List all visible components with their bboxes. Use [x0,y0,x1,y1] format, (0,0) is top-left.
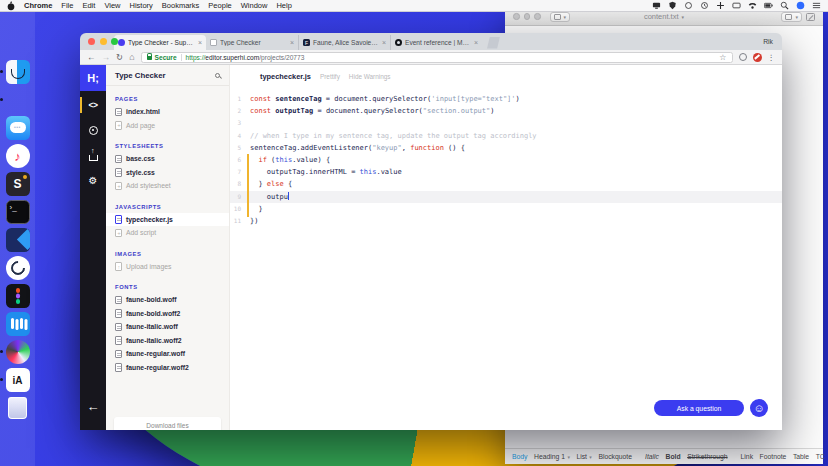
code-line[interactable]: 2const outputTag = document.querySelecto… [230,105,782,117]
code-line[interactable]: 11}) [230,215,782,227]
sidebar-item-upload-images[interactable]: Upload images [106,260,229,274]
code-view-button[interactable]: <> [80,94,106,116]
battery-icon[interactable] [764,1,773,10]
screen-share-icon[interactable] [732,1,741,10]
sidebar-item-add-stylesheet[interactable]: Add stylesheet [106,179,229,193]
browser-tab-type-checker[interactable]: Type Checker× [206,35,298,50]
clock-icon[interactable] [700,1,709,10]
format-list[interactable]: List ▾ [576,453,591,460]
sidebar-item-base-css[interactable]: base.css [106,152,229,166]
intercom-dock-icon[interactable] [6,312,30,336]
bookmark-star-icon[interactable]: ☆ [719,53,726,62]
zoom-button[interactable] [534,13,541,20]
code-line[interactable]: 1const sentenceTag = document.querySelec… [230,93,782,105]
messages-dock-icon[interactable] [6,116,30,140]
code-line[interactable]: 8 } else { [230,178,782,190]
view-options-button[interactable]: ▾ [781,12,802,22]
music-dock-icon[interactable] [6,144,30,168]
adblock-extension-icon[interactable] [753,53,762,62]
format-table[interactable]: Table [793,453,809,460]
share-button[interactable] [80,144,106,166]
roundapp-dock-icon[interactable] [6,256,30,280]
format-blockquote[interactable]: Blockquote [598,453,632,460]
code-line[interactable]: 9 outpu [230,191,782,203]
figma-dock-icon[interactable] [6,284,30,308]
menu-item-file[interactable]: File [61,1,73,10]
sidebar-item-index-html[interactable]: index.html [106,105,229,119]
menu-item-view[interactable]: View [104,1,120,10]
spotlight-icon[interactable] [780,1,789,10]
compose-button[interactable] [806,13,815,21]
display-icon[interactable] [652,1,661,10]
screenflow-dock-icon[interactable] [6,340,30,364]
siri-icon[interactable] [796,1,805,10]
code-line[interactable]: 10 } [230,203,782,215]
hide-warnings-button[interactable]: Hide Warnings [349,73,391,80]
format-link[interactable]: Link [741,453,753,460]
sidebar-item-add-script[interactable]: Add script [106,226,229,240]
tab-close-icon[interactable]: × [474,39,478,46]
menu-item-bookmarks[interactable]: Bookmarks [162,1,200,10]
code-line[interactable]: 7 outputTag.innerHTML = this.value [230,166,782,178]
browser-tab-event-reference-mdn[interactable]: Event reference | MDN× [390,35,482,50]
slack-dock-icon[interactable] [6,172,30,196]
sidebar-item-faune-bold-woff2[interactable]: faune-bold.woff2 [106,307,229,321]
code-line[interactable]: 5sentenceTag.addEventListener("keyup", f… [230,142,782,154]
library-button[interactable]: ▾ [550,12,571,22]
fullscreen-button[interactable] [111,38,118,45]
home-button[interactable]: ⌂ [129,53,134,62]
vscode-dock-icon[interactable] [6,228,30,252]
chrome-dock-icon[interactable] [6,88,30,112]
prettify-button[interactable]: Prettify [320,73,340,80]
format-body[interactable]: Body [512,453,528,460]
menu-item-people[interactable]: People [208,1,231,10]
menu-app-name[interactable]: Chrome [24,1,52,10]
code-line[interactable]: 4// when I type in my sentence tag, upda… [230,130,782,142]
address-bar[interactable]: Secure https://editor.superhi.com/projec… [141,52,733,63]
back-button[interactable]: ← [87,53,96,62]
menu-item-help[interactable]: Help [276,1,291,10]
sidebar-item-faune-regular-woff[interactable]: faune-regular.woff [106,347,229,361]
plus-icon[interactable] [716,1,725,10]
help-smiley-button[interactable]: ☺ [750,399,768,417]
menu-item-history[interactable]: History [130,1,153,10]
ask-question-button[interactable]: Ask a question [654,400,744,416]
format-tc[interactable]: TC [816,453,825,460]
wifi-icon[interactable] [748,1,757,10]
code-line[interactable]: 3 [230,117,782,129]
search-icon[interactable] [215,73,220,78]
sidebar-item-add-page[interactable]: Add page [106,119,229,133]
tab-close-icon[interactable]: × [290,39,294,46]
shield-icon[interactable] [668,1,677,10]
forward-button[interactable]: → [102,53,111,62]
apple-menu-icon[interactable] [7,1,15,11]
tab-close-icon[interactable]: × [198,39,202,46]
close-button[interactable] [513,13,520,20]
reload-button[interactable]: ↻ [116,53,123,62]
finder-dock-icon[interactable] [6,60,30,84]
format-italic[interactable]: Italic [645,453,659,460]
circle-icon[interactable] [684,1,693,10]
minimize-button[interactable] [100,38,107,45]
preview-button[interactable] [80,119,106,141]
terminal-dock-icon[interactable] [6,200,30,224]
trash-dock-icon[interactable] [6,396,30,420]
back-arrow-button[interactable]: ← [87,399,100,414]
code-line[interactable]: 6 if (this.value) { [230,154,782,166]
notification-center-icon[interactable] [812,1,821,10]
sidebar-item-faune-italic-woff[interactable]: faune-italic.woff [106,320,229,334]
format-heading-1[interactable]: Heading 1 ▾ [534,453,570,460]
menu-item-window[interactable]: Window [241,1,268,10]
format-strikethrough[interactable]: Strikethrough [687,453,727,460]
format-bold[interactable]: Bold [666,453,681,460]
new-tab-button[interactable] [487,37,500,49]
sidebar-item-style-css[interactable]: style.css [106,166,229,180]
browser-tab-faune-alice-savoie-cnap[interactable]: Faune, Alice Savoie / Cnap× [298,35,390,50]
superhi-logo[interactable]: H; [80,65,106,91]
code-area[interactable]: 1const sentenceTag = document.querySelec… [230,93,782,227]
extension-icon[interactable] [739,53,747,61]
format-footnote[interactable]: Footnote [760,453,787,460]
minimize-button[interactable] [524,13,531,20]
chrome-profile-label[interactable]: Rik [763,38,773,45]
settings-button[interactable]: ⚙ [80,169,106,191]
